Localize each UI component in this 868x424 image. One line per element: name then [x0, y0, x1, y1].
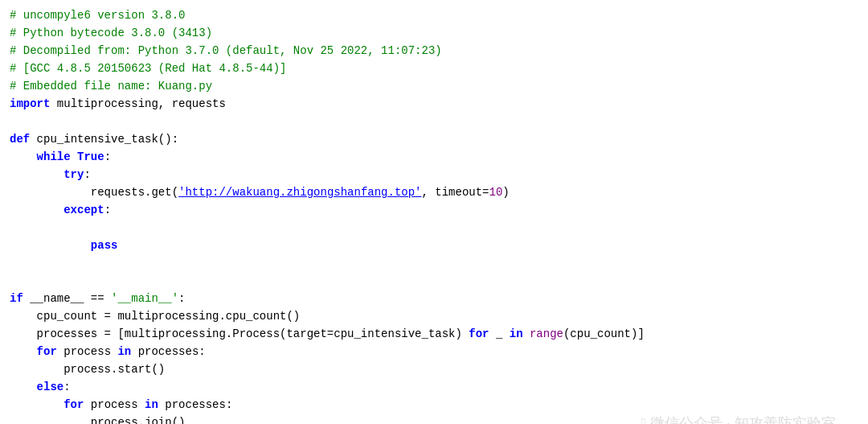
comment-5: # Embedded file name: Kuang.py [10, 80, 212, 93]
code-line-19: processes = [multiprocessing.Process(tar… [10, 325, 858, 343]
indent-while [10, 150, 37, 163]
keyword-while: while [37, 150, 71, 163]
number-10: 10 [489, 186, 503, 199]
if-colon: : [178, 292, 185, 305]
code-line-14: pass [10, 237, 858, 254]
comment-3: # Decompiled from: Python 3.7.0 (default… [10, 44, 442, 57]
watermark-text: 微信公众号 · 知攻善防实验室 [650, 415, 836, 424]
keyword-if: if [10, 292, 23, 305]
code-line-6: import multiprocessing, requests [10, 95, 858, 113]
code-line-17: if __name__ == '__main__': [10, 290, 858, 307]
code-line-10: try: [10, 166, 858, 183]
close-paren: ) [502, 186, 509, 199]
func-def: cpu_intensive_task(): [30, 133, 178, 146]
code-line-1: # uncompyle6 version 3.8.0 [10, 6, 858, 24]
code-line-12: except: [10, 201, 858, 219]
keyword-in3: in [145, 398, 158, 411]
code-line-11: requests.get('http://wakuang.zhigongshan… [10, 183, 858, 201]
main-string: '__main__' [111, 292, 178, 305]
processes-colon2: processes: [158, 398, 232, 411]
comment-4: # [GCC 4.8.5 20150623 (Red Hat 4.8.5-44)… [10, 62, 286, 75]
for-process: process [57, 345, 118, 358]
if-name-check: __name__ == [23, 292, 111, 305]
builtin-range: range [530, 327, 563, 340]
processes-colon: processes: [131, 345, 205, 358]
watermark:  微信公众号 · 知攻善防实验室 [641, 414, 836, 424]
indent-for [10, 345, 37, 358]
comment-2: # Python bytecode 3.8.0 (3413) [10, 27, 212, 39]
code-line-18: cpu_count = multiprocessing.cpu_count() [10, 307, 858, 325]
comment-1: # uncompyle6 version 3.8.0 [10, 9, 185, 22]
keyword-in: in [510, 327, 523, 340]
while-true [71, 150, 77, 163]
keyword-for3: for [63, 398, 84, 411]
keyword-import: import [10, 97, 50, 110]
keyword-except: except [63, 204, 104, 216]
range-arg: (cpu_count)] [563, 327, 645, 340]
indent-pass [10, 239, 91, 252]
code-line-7 [10, 113, 858, 130]
code-line-22: else: [10, 378, 858, 396]
code-line-2: # Python bytecode 3.8.0 (3413) [10, 24, 858, 42]
code-line-20: for process in processes: [10, 343, 858, 360]
code-line-5: # Embedded file name: Kuang.py [10, 77, 858, 95]
range-call [523, 327, 530, 340]
indent-requests: requests.get( [10, 186, 178, 199]
indent-except [10, 204, 63, 216]
timeout-text: , timeout= [422, 186, 489, 199]
keyword-pass: pass [91, 239, 118, 252]
watermark-icon:  [641, 415, 646, 424]
code-line-3: # Decompiled from: Python 3.7.0 (default… [10, 42, 858, 60]
keyword-true: True [77, 150, 104, 163]
indent-processes: processes = [multiprocessing.Process(tar… [10, 327, 469, 340]
url-link[interactable]: 'http://wakuang.zhigongshanfang.top' [178, 186, 421, 199]
except-colon: : [104, 204, 111, 216]
indent-for2 [10, 398, 63, 411]
keyword-def: def [10, 133, 30, 146]
code-container: # uncompyle6 version 3.8.0 # Python byte… [0, 0, 868, 424]
code-line-13 [10, 219, 858, 237]
indent-start: process.start() [10, 363, 165, 376]
keyword-in2: in [117, 345, 131, 358]
try-colon: : [84, 168, 90, 181]
indent-try [10, 168, 63, 181]
code-line-9: while True: [10, 148, 858, 166]
while-colon: : [104, 150, 111, 163]
indent-join: process.join() [10, 416, 185, 424]
code-line-15 [10, 254, 858, 272]
else-colon: : [63, 381, 70, 393]
indent-cpu-count: cpu_count = multiprocessing.cpu_count() [10, 310, 300, 323]
keyword-try: try [63, 168, 84, 181]
code-line-21: process.start() [10, 360, 858, 378]
code-line-16 [10, 272, 858, 290]
indent-else [10, 381, 37, 393]
code-line-23: for process in processes: [10, 396, 858, 414]
code-line-4: # [GCC 4.8.5 20150623 (Red Hat 4.8.5-44)… [10, 60, 858, 77]
keyword-for: for [469, 327, 489, 340]
for-process2: process [84, 398, 145, 411]
keyword-else: else [37, 381, 64, 393]
code-line-8: def cpu_intensive_task(): [10, 130, 858, 148]
import-text: multiprocessing, requests [50, 97, 225, 110]
keyword-for2: for [37, 345, 57, 358]
for-in-range: _ [489, 327, 510, 340]
